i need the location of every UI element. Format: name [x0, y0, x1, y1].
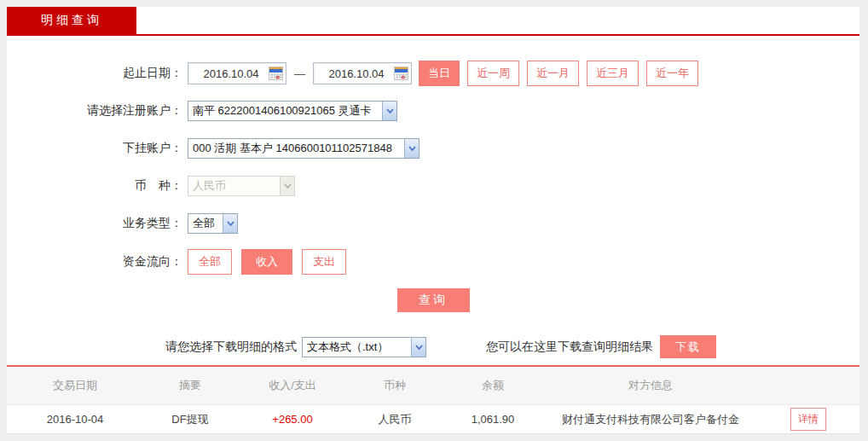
date-to-value: 2016.10.04	[319, 67, 394, 80]
download-button[interactable]: 下载	[660, 335, 716, 358]
business-type-select[interactable]: 全部	[188, 213, 238, 234]
sub-account-row: 下挂账户： 000 活期 基本户 1406600101102571848	[7, 137, 859, 160]
register-account-value: 南平 6222001406100921065 灵通卡	[188, 103, 382, 119]
quick-range-today-button[interactable]: 当日	[419, 61, 460, 86]
calendar-icon[interactable]	[269, 67, 283, 80]
col-header-summary: 摘要	[143, 378, 237, 393]
date-range-row: 起止日期： 2016.10.04 — 2016.10.04	[7, 62, 859, 84]
cell-date: 2016-10-04	[7, 413, 143, 426]
date-range-separator: —	[294, 67, 305, 80]
business-type-label: 业务类型：	[7, 216, 188, 231]
register-account-label: 请选择注册账户：	[7, 103, 188, 119]
chevron-down-icon	[223, 214, 237, 233]
tab-strip: 明细查询	[7, 7, 859, 34]
sub-account-label: 下挂账户：	[7, 141, 188, 156]
currency-select: 人民币	[188, 176, 295, 196]
query-form: 起止日期： 2016.10.04 — 2016.10.04	[7, 36, 859, 358]
date-to-input[interactable]: 2016.10.04	[313, 62, 412, 84]
quick-range-year-button[interactable]: 近一年	[646, 61, 698, 86]
date-range-label: 起止日期：	[7, 66, 188, 81]
chevron-down-icon	[280, 177, 294, 195]
register-account-select[interactable]: 南平 6222001406100921065 灵通卡	[188, 101, 397, 121]
query-button[interactable]: 查询	[397, 288, 470, 312]
business-type-row: 业务类型： 全部	[7, 212, 859, 235]
business-type-value: 全部	[188, 216, 223, 231]
chevron-down-icon	[411, 338, 425, 357]
sub-account-value: 000 活期 基本户 1406600101102571848	[188, 141, 404, 156]
register-account-row: 请选择注册账户： 南平 6222001406100921065 灵通卡	[7, 100, 859, 122]
chevron-down-icon	[404, 139, 419, 158]
quick-range-3months-button[interactable]: 近三月	[587, 61, 639, 86]
download-format-value: 文本格式（.txt）	[303, 339, 411, 355]
query-button-row: 查询	[7, 288, 859, 312]
date-from-input[interactable]: 2016.10.04	[188, 62, 286, 84]
currency-value: 人民币	[188, 178, 280, 194]
sub-account-select[interactable]: 000 活期 基本户 1406600101102571848	[188, 138, 420, 159]
table-header: 交易日期 摘要 收入/支出 币种 余额 对方信息	[7, 367, 859, 405]
cell-balance: 1,061.90	[442, 413, 544, 426]
fund-flow-row: 资金流向： 全部 收入 支出	[7, 250, 859, 273]
fund-flow-label: 资金流向：	[7, 254, 188, 270]
download-hint: 您可以在这里下载查询明细结果	[486, 339, 653, 355]
download-row: 请您选择下载明细的格式 文本格式（.txt） 您可以在这里下载查询明细结果 下载	[165, 335, 859, 358]
col-header-currency: 币种	[348, 378, 442, 393]
cell-summary: DF提现	[143, 412, 237, 427]
date-from-value: 2016.10.04	[194, 67, 269, 80]
currency-label: 币 种：	[7, 178, 188, 194]
quick-range-week-button[interactable]: 近一周	[467, 61, 519, 86]
cell-currency: 人民币	[348, 412, 442, 427]
currency-row: 币 种： 人民币	[7, 175, 859, 197]
chevron-down-icon	[382, 102, 396, 120]
quick-range-month-button[interactable]: 近一月	[527, 61, 579, 86]
fund-flow-all-button[interactable]: 全部	[188, 249, 232, 275]
col-header-balance: 余额	[442, 378, 544, 393]
col-header-date: 交易日期	[7, 378, 143, 393]
download-format-select[interactable]: 文本格式（.txt）	[302, 337, 426, 357]
tab-detail-query[interactable]: 明细查询	[7, 7, 136, 34]
calendar-icon[interactable]	[394, 67, 408, 80]
col-header-counterparty: 对方信息	[544, 378, 757, 393]
download-format-label: 请您选择下载明细的格式	[165, 339, 297, 355]
detail-query-panel: 明细查询 起止日期： 2016.10.04 —	[7, 7, 859, 433]
fund-flow-income-button[interactable]: 收入	[241, 249, 292, 275]
col-header-amount: 收入/支出	[237, 378, 348, 393]
cell-actions: 详情	[757, 408, 859, 431]
cell-amount: +265.00	[237, 413, 348, 426]
tab-label: 明细查询	[41, 13, 102, 28]
cell-counterparty: 财付通支付科技有限公司客户备付金	[544, 412, 757, 427]
fund-flow-expense-button[interactable]: 支出	[302, 249, 346, 275]
detail-button[interactable]: 详情	[790, 408, 826, 431]
table-row: 2016-10-04 DF提现 +265.00 人民币 1,061.90 财付通…	[7, 405, 859, 434]
